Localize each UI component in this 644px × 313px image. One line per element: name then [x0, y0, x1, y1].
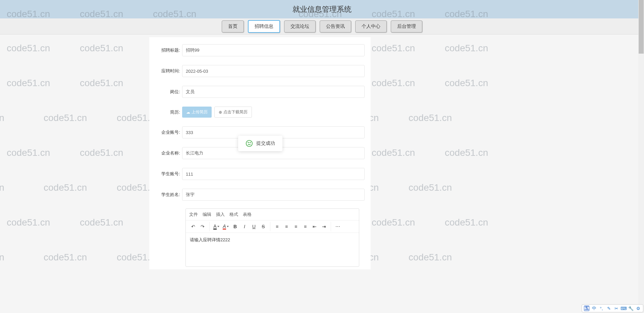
watermark-text: code51.cn — [372, 147, 415, 158]
form-row-student-account: 学生账号: — [149, 164, 371, 184]
svg-point-0 — [246, 140, 252, 146]
tray-gear-icon[interactable]: ⚙ — [636, 306, 641, 311]
watermark-text: code51.cn — [372, 217, 415, 228]
cloud-upload-icon: ☁ — [186, 110, 190, 115]
input-job-title[interactable] — [182, 44, 365, 56]
smile-icon — [246, 140, 253, 147]
page-title: 就业信息管理系统 — [292, 4, 352, 14]
watermark-text: code51.cn — [80, 43, 123, 54]
label-position: 岗位: — [155, 89, 182, 95]
nav-forum[interactable]: 交流论坛 — [284, 20, 316, 33]
download-label: 点击下载简历 — [223, 109, 248, 115]
watermark-text: code51.cn — [80, 217, 123, 228]
align-right-icon[interactable]: ≡ — [291, 222, 301, 231]
undo-icon[interactable]: ↶ — [189, 222, 198, 231]
nav-recruitment[interactable]: 招聘信息 — [248, 20, 280, 33]
watermark-text: code51.cn — [445, 78, 488, 88]
watermark-text: code51.cn — [372, 78, 415, 88]
form-row-position: 岗位: — [149, 81, 371, 102]
input-position[interactable] — [182, 86, 365, 98]
label-job-title: 招聘标题: — [155, 47, 182, 53]
watermark-text: code51.cn — [372, 43, 415, 54]
scrollbar-track[interactable] — [638, 0, 644, 313]
svg-point-2 — [250, 142, 251, 143]
nav-bar: 首页 招聘信息 交流论坛 公告资讯 个人中心 后台管理 — [0, 18, 644, 35]
label-student-account: 学生账号: — [155, 171, 182, 177]
success-toast: 提交成功 — [238, 136, 282, 151]
form-panel: 招聘标题: 应聘时间: 岗位: 简历: ☁ 上传简历 ⊕ 点击下载简历 企业账号… — [149, 37, 371, 269]
download-resume-button[interactable]: ⊕ 点击下载简历 — [214, 107, 252, 118]
toast-message: 提交成功 — [256, 140, 275, 146]
align-justify-icon[interactable]: ≡ — [301, 222, 310, 231]
label-student-name: 学生姓名: — [155, 192, 182, 198]
form-row-apply-time: 应聘时间: — [149, 61, 371, 81]
watermark-text: code51.cn — [7, 147, 50, 158]
editor-menu-format[interactable]: 格式 — [229, 211, 238, 217]
nav-admin[interactable]: 后台管理 — [391, 20, 422, 33]
align-left-icon[interactable]: ≡ — [272, 222, 282, 231]
rich-text-editor: 文件 编辑 插入 格式 表格 ↶ ↷ A A B I U S ≡ ≡ ≡ — [185, 208, 359, 267]
nav-home[interactable]: 首页 — [222, 20, 244, 33]
strikethrough-icon[interactable]: S — [259, 222, 268, 231]
watermark-text: code51.cn — [409, 182, 452, 193]
nav-personal[interactable]: 个人中心 — [355, 20, 387, 33]
label-company-account: 企业账号: — [155, 129, 182, 135]
form-row-student-name: 学生姓名: — [149, 184, 371, 205]
form-row-resume: 简历: ☁ 上传简历 ⊕ 点击下载简历 — [149, 102, 371, 122]
indent-icon[interactable]: ⇥ — [319, 222, 329, 231]
tray-keyboard-icon[interactable]: ⌨ — [621, 306, 626, 311]
tray-scissors-icon[interactable]: ✂ — [613, 306, 619, 311]
watermark-text: code51.cn — [80, 147, 123, 158]
editor-menu-insert[interactable]: 插入 — [216, 211, 225, 217]
outdent-icon[interactable]: ⇤ — [310, 222, 319, 231]
watermark-text: code51.cn — [80, 78, 123, 88]
text-color-icon[interactable]: A — [212, 222, 221, 231]
ime-lang-icon[interactable]: 中 — [591, 306, 597, 311]
watermark-text: code51.cn — [44, 182, 87, 193]
watermark-text: code51.cn — [44, 252, 87, 263]
form-row-job-title: 招聘标题: — [149, 40, 371, 61]
watermark-text: code51.cn — [44, 113, 87, 123]
watermark-text: code51.cn — [409, 113, 452, 123]
ime-badge-icon[interactable]: 五 — [584, 306, 589, 311]
label-apply-time: 应聘时间: — [155, 68, 182, 74]
download-icon: ⊕ — [219, 110, 222, 115]
align-center-icon[interactable]: ≡ — [282, 222, 291, 231]
watermark-text: code51.cn — [445, 217, 488, 228]
input-student-name[interactable] — [182, 189, 365, 201]
watermark-text: code51.cn — [445, 147, 488, 158]
tray-punct-icon[interactable]: °, — [599, 306, 604, 311]
editor-toolbar: ↶ ↷ A A B I U S ≡ ≡ ≡ ≡ ⇤ ⇥ ⋯ — [186, 221, 359, 233]
label-company-name: 企业名称: — [155, 150, 182, 156]
bold-icon[interactable]: B — [230, 222, 240, 231]
watermark-text: code51.cn — [409, 252, 452, 263]
header-bar: 就业信息管理系统 — [0, 0, 644, 18]
input-apply-time[interactable] — [182, 65, 365, 77]
editor-menu-file[interactable]: 文件 — [189, 211, 198, 217]
tray-tool-icon[interactable]: 🔧 — [628, 306, 634, 311]
editor-menu-edit[interactable]: 编辑 — [203, 211, 211, 217]
editor-menu-table[interactable]: 表格 — [243, 211, 252, 217]
upload-label: 上传简历 — [192, 109, 208, 115]
watermark-text: code51.cn — [7, 43, 50, 54]
upload-resume-button[interactable]: ☁ 上传简历 — [182, 107, 212, 118]
highlight-color-icon[interactable]: A — [221, 222, 230, 231]
system-tray: 五 中 °, ✎ ✂ ⌨ 🔧 ⚙ — [582, 304, 643, 312]
label-resume: 简历: — [155, 109, 182, 115]
watermark-text: code51.cn — [7, 217, 50, 228]
watermark-text: code51.cn — [7, 78, 50, 88]
nav-announcement[interactable]: 公告资讯 — [320, 20, 351, 33]
underline-icon[interactable]: U — [249, 222, 259, 231]
more-icon[interactable]: ⋯ — [333, 222, 342, 231]
editor-content[interactable]: 请输入应聘详情2222 — [186, 233, 359, 266]
input-student-account[interactable] — [182, 168, 365, 180]
italic-icon[interactable]: I — [240, 222, 249, 231]
watermark-text: code51.cn — [445, 43, 488, 54]
editor-menubar: 文件 编辑 插入 格式 表格 — [186, 209, 359, 221]
svg-point-1 — [248, 142, 249, 143]
scrollbar-thumb[interactable] — [639, 0, 644, 54]
redo-icon[interactable]: ↷ — [198, 222, 207, 231]
tray-edit-icon[interactable]: ✎ — [606, 306, 611, 311]
